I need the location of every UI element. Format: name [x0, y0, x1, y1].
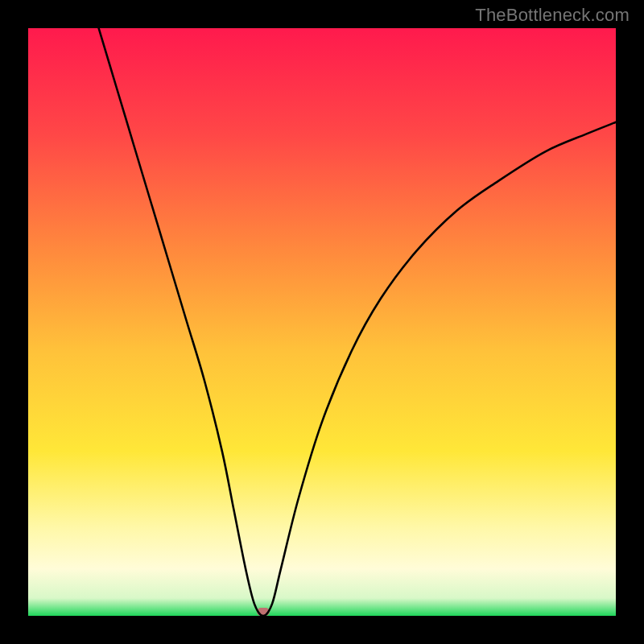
watermark-text: TheBottleneck.com — [475, 5, 630, 26]
chart-frame: TheBottleneck.com — [0, 0, 644, 644]
plot-area — [28, 28, 616, 616]
bottleneck-curve — [28, 28, 616, 616]
